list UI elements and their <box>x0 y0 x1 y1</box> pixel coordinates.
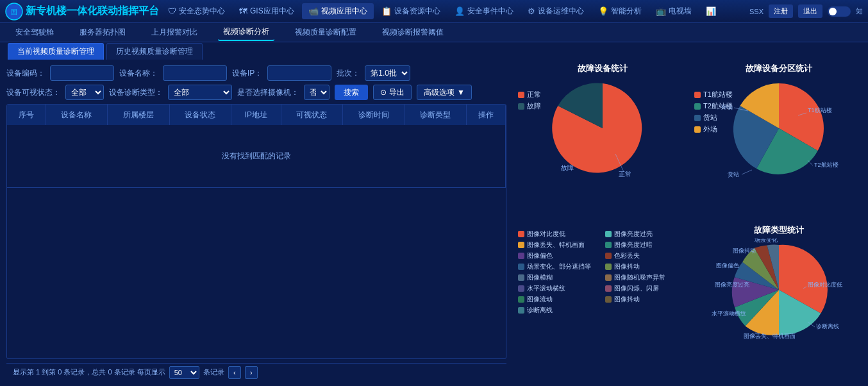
nav-tab-equipment-label: 设备资源中心 <box>394 6 440 17</box>
notification-label: 知 <box>856 6 863 16</box>
nav-tab-tv-label: 电视墙 <box>669 6 692 17</box>
batch-select[interactable]: 第1.0批 <box>365 65 410 81</box>
logo-icon: 国 <box>5 3 23 21</box>
l9: 图像模糊 <box>527 273 553 282</box>
fault-zone-title: 故障设备分区统计 <box>746 63 812 74</box>
nav-tab-ops[interactable]: ⚙ 设备运维中心 <box>521 3 590 19</box>
tv-icon: 📺 <box>656 6 666 16</box>
fault-type-chart: 故障类型统计 图像对比度低 <box>692 224 865 383</box>
pie-label-fault: 故障 <box>561 164 574 171</box>
l12: 图像闪烁、闪屏 <box>614 284 659 293</box>
per-page-select[interactable]: 50 100 <box>169 366 199 379</box>
fault-type-area: 图像对比度低 诊断离线 图像丢失、特机画面 水平滚动横纹 图像亮度过亮 图像偏色… <box>692 239 865 383</box>
fault-device-area: 正常 故障 正常 故障 <box>515 77 689 222</box>
filter-row-2: 设备可视状态： 全部 设备诊断类型： 全部 是否选择摄像机： 否 搜索 ⊙ 导出… <box>6 85 506 100</box>
export-button[interactable]: ⊙ 导出 <box>373 85 412 100</box>
nav-tab-event[interactable]: 👤 安全事件中心 <box>448 3 520 19</box>
col-diag-time: 诊断时间 <box>343 105 405 125</box>
device-name-input[interactable] <box>163 65 227 81</box>
l1: 图像对比度低 <box>527 230 565 239</box>
legend-flicker: 图像闪烁、闪屏 <box>605 284 687 293</box>
legend-t2-label: T2航站楼 <box>703 101 733 111</box>
l11: 水平滚动横纹 <box>527 284 565 293</box>
fault-device-chart: 故障设备统计 正常 故障 正常 <box>515 63 689 222</box>
device-name-label: 设备名称： <box>119 68 158 79</box>
legend-color-shift: 图像偏色 <box>518 251 600 260</box>
secondary-navigation: 安全驾驶舱 服务器拓扑图 上月报警对比 视频诊断分析 视频质量诊断配置 视频诊断… <box>0 23 868 42</box>
sec-nav-report[interactable]: 上月报警对比 <box>146 24 203 40</box>
legend-normal-dot <box>518 92 524 98</box>
zone-label-t1: T1航站楼 <box>808 107 832 113</box>
nav-tab-gis-label: GIS应用中心 <box>250 6 294 17</box>
register-button[interactable]: 注册 <box>769 4 793 18</box>
left-panel: 设备编码： 设备名称： 设备IP： 批次： 第1.0批 设备可视状态： 全部 设… <box>0 60 513 386</box>
l3: 图像丢失、特机画面 <box>527 240 585 249</box>
legend-cargo-dot <box>694 115 701 121</box>
legend-t1-label: T1航站楼 <box>703 90 733 99</box>
col-op: 操作 <box>467 105 506 125</box>
legend-fault: 故障 <box>518 101 541 111</box>
pie-label-normal: 正常 <box>619 171 631 178</box>
sec-nav-video-config[interactable]: 视频质量诊断配置 <box>290 24 362 40</box>
data-table-wrapper: 序号 设备名称 所属楼层 设备状态 IP地址 可视状态 诊断时间 诊断类型 操作… <box>6 104 506 359</box>
sec-nav-video-diag[interactable]: 视频诊断分析 <box>218 24 274 41</box>
filter-row-1: 设备编码： 设备名称： 设备IP： 批次： 第1.0批 <box>6 65 506 81</box>
nav-tab-gis[interactable]: 🗺 GIS应用中心 <box>233 3 301 19</box>
legend-fault-dot <box>518 103 524 110</box>
col-device-name: 设备名称 <box>46 105 107 125</box>
sec-nav-service[interactable]: 服务器拓扑图 <box>74 24 131 40</box>
fault-zone-area: T1航站楼 T2航站楼 货站 外场 <box>692 77 865 222</box>
diag-type-label: 设备诊断类型： <box>109 87 163 98</box>
nav-tab-safety[interactable]: 🛡 安全态势中心 <box>162 3 231 19</box>
svg-text:国: 国 <box>11 8 17 15</box>
pagination-suffix: 条记录 <box>203 367 224 377</box>
fault-type-legend-card: 图像对比度低 图像亮度过亮 图像丢失、特机画面 图像亮度过暗 图像偏色 色彩丢失… <box>515 224 689 383</box>
nav-tab-tv[interactable]: 📺 电视墙 <box>649 3 698 19</box>
select-border-select[interactable]: 否 <box>304 85 330 100</box>
page-next-button[interactable]: › <box>245 366 258 379</box>
device-visible-select[interactable]: 全部 <box>65 85 104 100</box>
no-data-row: 没有找到匹配的记录 <box>7 125 506 188</box>
legend-scroll: 水平滚动横纹 <box>518 284 600 293</box>
device-ip-input[interactable] <box>267 65 331 81</box>
nav-tab-equipment[interactable]: 📋 设备资源中心 <box>375 3 447 19</box>
app-title: 新专机楼一体化联动指挥平台 <box>26 4 159 18</box>
nav-tab-ai[interactable]: 💡 智能分析 <box>592 3 648 19</box>
legend-bright-low: 图像亮度过暗 <box>605 240 687 249</box>
col-seq: 序号 <box>7 105 46 125</box>
sec-nav-cockpit[interactable]: 安全驾驶舱 <box>10 24 59 40</box>
legend-image-lost: 图像丢失、特机画面 <box>518 240 600 249</box>
batch-label: 批次： <box>337 68 360 79</box>
device-code-label: 设备编码： <box>6 68 45 79</box>
tab-current[interactable]: 当前视频质量诊断管理 <box>8 43 104 60</box>
chart-icon: 📊 <box>706 6 716 16</box>
l2: 图像亮度过亮 <box>614 230 653 239</box>
search-button[interactable]: 搜索 <box>335 85 368 100</box>
nav-tab-stat[interactable]: 📊 <box>699 4 722 19</box>
gear-icon: ⚙ <box>528 6 535 16</box>
fault-zone-legend: T1航站楼 T2航站楼 货站 外场 <box>694 90 733 134</box>
tab-history[interactable]: 历史视频质量诊断管理 <box>106 43 203 60</box>
nav-tab-ops-label: 设备运维中心 <box>538 6 584 17</box>
legend-flow: 图像流动 <box>518 295 600 304</box>
ftype-label-colorshift: 图像偏色 <box>716 262 739 269</box>
legend-t1: T1航站楼 <box>694 90 733 99</box>
nav-tab-event-label: 安全事件中心 <box>467 6 513 17</box>
page-prev-button[interactable]: ‹ <box>228 366 241 379</box>
device-code-input[interactable] <box>50 65 114 81</box>
bulb-icon: 💡 <box>598 6 608 16</box>
username-label: SSX <box>749 8 764 15</box>
sec-nav-alert[interactable]: 视频诊断报警阈值 <box>377 24 449 40</box>
col-visible: 可视状态 <box>281 105 342 125</box>
fault-device-svg: 正常 故障 <box>532 77 673 180</box>
nav-tab-video[interactable]: 📹 视频应用中心 <box>302 3 374 19</box>
ftype-label-lost: 图像丢失、特机画面 <box>744 333 796 339</box>
legend-shake2: 图像抖动 <box>605 295 687 304</box>
logout-button[interactable]: 退出 <box>798 4 822 18</box>
diag-type-select[interactable]: 全部 <box>168 85 232 100</box>
advanced-button[interactable]: 高级选项 ▼ <box>417 85 472 100</box>
table-header: 序号 设备名称 所属楼层 设备状态 IP地址 可视状态 诊断时间 诊断类型 操作 <box>7 105 506 125</box>
ftype-label-bright: 图像亮度过亮 <box>715 281 749 288</box>
theme-toggle[interactable] <box>828 6 851 17</box>
fault-type-svg: 图像对比度低 诊断离线 图像丢失、特机画面 水平滚动横纹 图像亮度过亮 图像偏色… <box>708 239 849 341</box>
